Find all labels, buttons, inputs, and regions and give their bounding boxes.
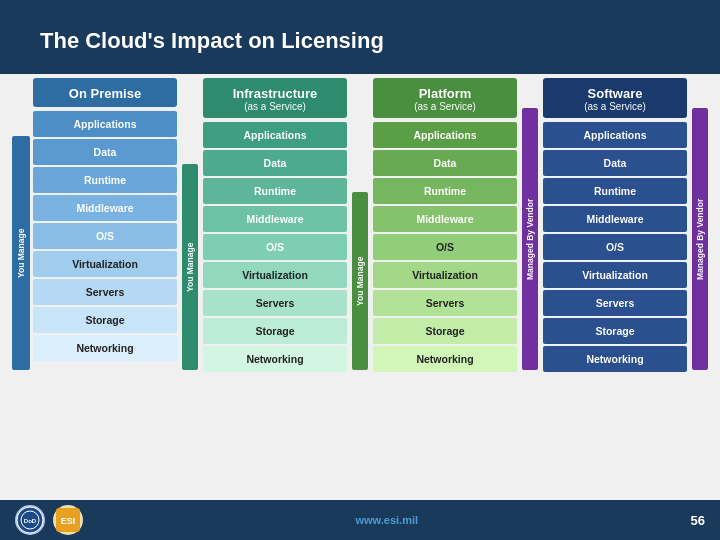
- logo-esi: ESI: [53, 505, 83, 535]
- cell-applications-1: Applications: [33, 111, 177, 137]
- col-infrastructure: Infrastructure (as a Service) Applicatio…: [203, 78, 347, 372]
- cell-virt-4: Virtualization: [543, 262, 687, 288]
- cell-servers-2: Servers: [203, 290, 347, 316]
- cell-networking-4: Networking: [543, 346, 687, 372]
- managed-vendor-right-wrapper: Managed By Vendor: [692, 78, 708, 372]
- svg-text:ESI: ESI: [61, 516, 76, 526]
- cell-runtime-2: Runtime: [203, 178, 347, 204]
- cell-middleware-1: Middleware: [33, 195, 177, 221]
- managed-vendor-right-label: Managed By Vendor: [692, 108, 708, 370]
- cell-networking-1: Networking: [33, 335, 177, 361]
- you-manage-label-col2-wrapper: You Manage: [182, 78, 198, 372]
- you-manage-label-col3-wrapper: You Manage: [352, 78, 368, 372]
- svg-text:DoD: DoD: [24, 518, 37, 524]
- managed-vendor-label: Managed By Vendor: [522, 108, 538, 370]
- cell-storage-4: Storage: [543, 318, 687, 344]
- you-manage-label-col1: You Manage: [12, 78, 30, 372]
- slide: The Cloud's Impact on Licensing You Mana…: [0, 0, 720, 540]
- logo-dod: DoD: [15, 505, 45, 535]
- bottom-url: www.esi.mil: [355, 514, 418, 526]
- cell-servers-4: Servers: [543, 290, 687, 316]
- cell-networking-2: Networking: [203, 346, 347, 372]
- slide-title: The Cloud's Impact on Licensing: [20, 20, 700, 64]
- cell-servers-3: Servers: [373, 290, 517, 316]
- cell-applications-4: Applications: [543, 122, 687, 148]
- cell-data-1: Data: [33, 139, 177, 165]
- header-on-premise: On Premise: [33, 78, 177, 107]
- col-on-premise: On Premise Applications Data Runtime Mid…: [33, 78, 177, 372]
- you-manage-label-1: You Manage: [12, 136, 30, 370]
- bottom-bar: DoD ESI www.esi.mil 56: [0, 500, 720, 540]
- cell-networking-3: Networking: [373, 346, 517, 372]
- cell-os-4: O/S: [543, 234, 687, 260]
- you-manage-label-2: You Manage: [182, 164, 198, 370]
- header-infrastructure: Infrastructure (as a Service): [203, 78, 347, 118]
- cell-applications-2: Applications: [203, 122, 347, 148]
- top-bar: [0, 0, 720, 12]
- cell-virt-1: Virtualization: [33, 251, 177, 277]
- columns-area: On Premise Applications Data Runtime Mid…: [33, 78, 708, 372]
- cell-middleware-2: Middleware: [203, 206, 347, 232]
- cell-os-3: O/S: [373, 234, 517, 260]
- cell-data-2: Data: [203, 150, 347, 176]
- cell-middleware-4: Middleware: [543, 206, 687, 232]
- cell-runtime-3: Runtime: [373, 178, 517, 204]
- cell-virt-2: Virtualization: [203, 262, 347, 288]
- cell-os-2: O/S: [203, 234, 347, 260]
- slide-number: 56: [691, 513, 705, 528]
- cell-runtime-4: Runtime: [543, 178, 687, 204]
- cell-servers-1: Servers: [33, 279, 177, 305]
- header-software: Software (as a Service): [543, 78, 687, 118]
- cell-data-4: Data: [543, 150, 687, 176]
- cell-os-1: O/S: [33, 223, 177, 249]
- cell-storage-3: Storage: [373, 318, 517, 344]
- cell-virt-3: Virtualization: [373, 262, 517, 288]
- main-content: You Manage On Premise Applications Data …: [0, 74, 720, 378]
- cell-runtime-1: Runtime: [33, 167, 177, 193]
- cell-storage-1: Storage: [33, 307, 177, 333]
- bottom-logos: DoD ESI: [15, 505, 83, 535]
- cell-applications-3: Applications: [373, 122, 517, 148]
- you-manage-label-3: You Manage: [352, 192, 368, 370]
- cell-middleware-3: Middleware: [373, 206, 517, 232]
- header-platform: Platform (as a Service): [373, 78, 517, 118]
- managed-vendor-label-wrapper: Managed By Vendor: [522, 78, 538, 372]
- col-software: Software (as a Service) Applications Dat…: [543, 78, 687, 372]
- col-platform: Platform (as a Service) Applications Dat…: [373, 78, 517, 372]
- cell-data-3: Data: [373, 150, 517, 176]
- cell-storage-2: Storage: [203, 318, 347, 344]
